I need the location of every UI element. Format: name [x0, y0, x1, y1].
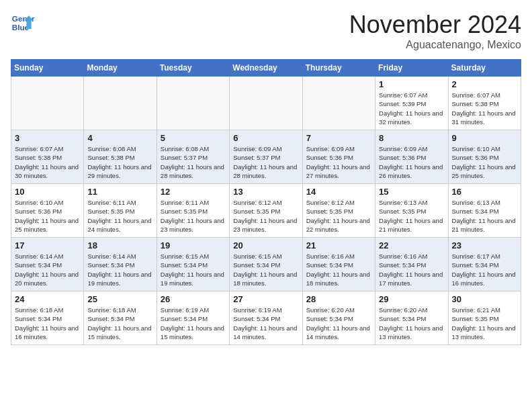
day-number: 8 [379, 133, 444, 143]
calendar-cell: 4Sunrise: 6:08 AMSunset: 5:38 PMDaylight… [84, 130, 157, 184]
day-info: Sunrise: 6:09 AMSunset: 5:37 PMDaylight:… [233, 144, 298, 180]
day-info: Sunrise: 6:18 AMSunset: 5:34 PMDaylight:… [87, 306, 152, 341]
day-info: Sunrise: 6:09 AMSunset: 5:36 PMDaylight:… [379, 144, 444, 180]
col-header-wednesday: Wednesday [230, 60, 302, 77]
calendar-cell: 9Sunrise: 6:10 AMSunset: 5:36 PMDaylight… [448, 130, 521, 184]
day-info: Sunrise: 6:19 AMSunset: 5:34 PMDaylight:… [233, 306, 298, 341]
day-info: Sunrise: 6:16 AMSunset: 5:34 PMDaylight:… [379, 252, 444, 287]
day-info: Sunrise: 6:07 AMSunset: 5:38 PMDaylight:… [15, 144, 80, 180]
header-row: SundayMondayTuesdayWednesdayThursdayFrid… [11, 60, 521, 77]
col-header-thursday: Thursday [302, 60, 375, 77]
col-header-monday: Monday [84, 60, 157, 77]
calendar-cell: 6Sunrise: 6:09 AMSunset: 5:37 PMDaylight… [230, 130, 302, 184]
calendar-cell: 16Sunrise: 6:13 AMSunset: 5:34 PMDayligh… [448, 184, 521, 238]
day-info: Sunrise: 6:21 AMSunset: 5:35 PMDaylight:… [452, 306, 517, 341]
day-info: Sunrise: 6:16 AMSunset: 5:34 PMDaylight:… [306, 252, 371, 287]
day-number: 4 [87, 133, 152, 143]
calendar-cell: 17Sunrise: 6:14 AMSunset: 5:34 PMDayligh… [11, 238, 84, 291]
calendar-cell: 28Sunrise: 6:20 AMSunset: 5:34 PMDayligh… [302, 291, 375, 345]
calendar-cell: 12Sunrise: 6:11 AMSunset: 5:35 PMDayligh… [157, 184, 229, 238]
calendar-cell: 27Sunrise: 6:19 AMSunset: 5:34 PMDayligh… [230, 291, 302, 345]
day-info: Sunrise: 6:13 AMSunset: 5:35 PMDaylight:… [379, 198, 444, 234]
day-number: 12 [161, 187, 226, 197]
day-number: 17 [15, 240, 80, 250]
logo: General Blue [11, 11, 35, 35]
page-header: General Blue November 2024 Aguacatenango… [11, 11, 521, 51]
day-number: 11 [87, 187, 152, 197]
day-number: 5 [161, 133, 226, 143]
day-info: Sunrise: 6:08 AMSunset: 5:38 PMDaylight:… [87, 144, 152, 180]
day-info: Sunrise: 6:20 AMSunset: 5:34 PMDaylight:… [379, 306, 444, 341]
calendar-cell: 1Sunrise: 6:07 AMSunset: 5:39 PMDaylight… [375, 77, 448, 130]
day-number: 26 [161, 294, 226, 304]
calendar-cell: 19Sunrise: 6:15 AMSunset: 5:34 PMDayligh… [157, 238, 229, 291]
day-number: 19 [161, 240, 226, 250]
calendar-cell: 29Sunrise: 6:20 AMSunset: 5:34 PMDayligh… [375, 291, 448, 345]
day-number: 16 [452, 187, 517, 197]
location: Aguacatenango, Mexico [349, 39, 521, 51]
day-info: Sunrise: 6:12 AMSunset: 5:35 PMDaylight:… [306, 198, 371, 234]
day-number: 25 [87, 294, 152, 304]
calendar-cell [157, 77, 229, 130]
day-number: 10 [15, 187, 80, 197]
calendar-cell [302, 77, 375, 130]
col-header-sunday: Sunday [11, 60, 84, 77]
col-header-tuesday: Tuesday [157, 60, 229, 77]
day-info: Sunrise: 6:14 AMSunset: 5:34 PMDaylight:… [87, 252, 152, 287]
calendar-cell: 15Sunrise: 6:13 AMSunset: 5:35 PMDayligh… [375, 184, 448, 238]
calendar-cell: 8Sunrise: 6:09 AMSunset: 5:36 PMDaylight… [375, 130, 448, 184]
calendar-cell: 26Sunrise: 6:19 AMSunset: 5:34 PMDayligh… [157, 291, 229, 345]
day-number: 23 [452, 240, 517, 250]
col-header-saturday: Saturday [448, 60, 521, 77]
day-info: Sunrise: 6:15 AMSunset: 5:34 PMDaylight:… [233, 252, 298, 287]
day-number: 1 [379, 79, 444, 89]
day-info: Sunrise: 6:10 AMSunset: 5:36 PMDaylight:… [15, 198, 80, 234]
calendar-cell: 23Sunrise: 6:17 AMSunset: 5:34 PMDayligh… [448, 238, 521, 291]
day-number: 27 [233, 294, 298, 304]
col-header-friday: Friday [375, 60, 448, 77]
day-info: Sunrise: 6:11 AMSunset: 5:35 PMDaylight:… [161, 198, 226, 234]
day-number: 30 [452, 294, 517, 304]
day-number: 2 [452, 79, 517, 89]
calendar-cell: 14Sunrise: 6:12 AMSunset: 5:35 PMDayligh… [302, 184, 375, 238]
day-info: Sunrise: 6:17 AMSunset: 5:34 PMDaylight:… [452, 252, 517, 287]
calendar-cell [230, 77, 302, 130]
day-info: Sunrise: 6:08 AMSunset: 5:37 PMDaylight:… [161, 144, 226, 180]
calendar-cell: 2Sunrise: 6:07 AMSunset: 5:38 PMDaylight… [448, 77, 521, 130]
day-info: Sunrise: 6:13 AMSunset: 5:34 PMDaylight:… [452, 198, 517, 234]
day-number: 15 [379, 187, 444, 197]
day-number: 20 [233, 240, 298, 250]
calendar-cell: 5Sunrise: 6:08 AMSunset: 5:37 PMDaylight… [157, 130, 229, 184]
calendar-cell: 30Sunrise: 6:21 AMSunset: 5:35 PMDayligh… [448, 291, 521, 345]
day-number: 7 [306, 133, 371, 143]
day-number: 3 [15, 133, 80, 143]
day-number: 29 [379, 294, 444, 304]
calendar-row-1: 3Sunrise: 6:07 AMSunset: 5:38 PMDaylight… [11, 130, 521, 184]
day-info: Sunrise: 6:18 AMSunset: 5:34 PMDaylight:… [15, 306, 80, 341]
calendar-cell: 25Sunrise: 6:18 AMSunset: 5:34 PMDayligh… [84, 291, 157, 345]
day-number: 24 [15, 294, 80, 304]
day-number: 18 [87, 240, 152, 250]
title-block: November 2024 Aguacatenango, Mexico [349, 11, 521, 51]
day-number: 9 [452, 133, 517, 143]
calendar-cell: 20Sunrise: 6:15 AMSunset: 5:34 PMDayligh… [230, 238, 302, 291]
day-info: Sunrise: 6:14 AMSunset: 5:34 PMDaylight:… [15, 252, 80, 287]
day-info: Sunrise: 6:07 AMSunset: 5:39 PMDaylight:… [379, 91, 444, 126]
calendar-cell: 7Sunrise: 6:09 AMSunset: 5:36 PMDaylight… [302, 130, 375, 184]
calendar-cell: 10Sunrise: 6:10 AMSunset: 5:36 PMDayligh… [11, 184, 84, 238]
day-info: Sunrise: 6:12 AMSunset: 5:35 PMDaylight:… [233, 198, 298, 234]
logo-icon: General Blue [11, 11, 35, 35]
calendar-row-2: 10Sunrise: 6:10 AMSunset: 5:36 PMDayligh… [11, 184, 521, 238]
calendar-row-3: 17Sunrise: 6:14 AMSunset: 5:34 PMDayligh… [11, 238, 521, 291]
day-number: 22 [379, 240, 444, 250]
calendar-cell: 21Sunrise: 6:16 AMSunset: 5:34 PMDayligh… [302, 238, 375, 291]
calendar-cell: 3Sunrise: 6:07 AMSunset: 5:38 PMDaylight… [11, 130, 84, 184]
month-title: November 2024 [349, 11, 521, 39]
calendar-cell: 22Sunrise: 6:16 AMSunset: 5:34 PMDayligh… [375, 238, 448, 291]
calendar-row-4: 24Sunrise: 6:18 AMSunset: 5:34 PMDayligh… [11, 291, 521, 345]
calendar-cell: 18Sunrise: 6:14 AMSunset: 5:34 PMDayligh… [84, 238, 157, 291]
day-number: 28 [306, 294, 371, 304]
day-info: Sunrise: 6:07 AMSunset: 5:38 PMDaylight:… [452, 91, 517, 126]
calendar-cell [84, 77, 157, 130]
day-info: Sunrise: 6:19 AMSunset: 5:34 PMDaylight:… [161, 306, 226, 341]
